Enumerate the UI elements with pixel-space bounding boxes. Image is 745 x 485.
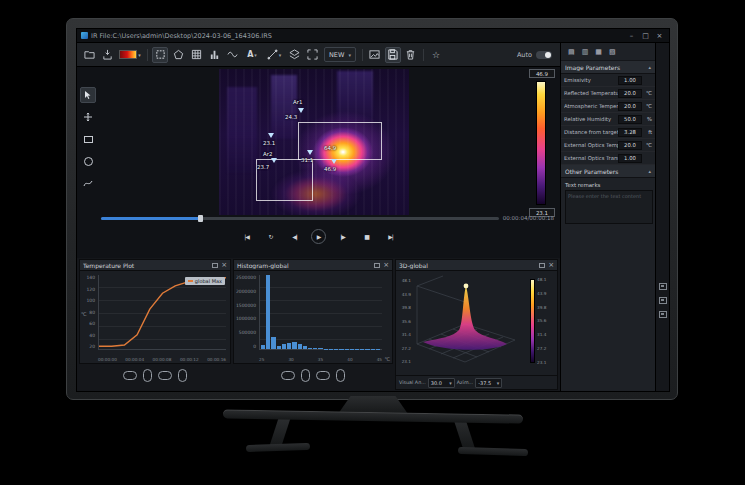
azimuth-select[interactable]: -37.5 ▾ <box>475 378 502 388</box>
other-parameters-header[interactable]: Other Parameters ▴ <box>561 165 655 178</box>
legend-chip[interactable]: global Max <box>185 277 225 285</box>
param-value-field[interactable]: 20.0 <box>618 102 642 111</box>
parameters-panel: ▤ ▥ ▦ ▧ Image Parameters ▴ Emissivity 1.… <box>560 43 669 392</box>
roi-shape-icon[interactable] <box>301 369 310 382</box>
param-value-field[interactable]: 1.00 <box>618 154 642 163</box>
trash-icon <box>405 49 416 60</box>
layers-button[interactable] <box>286 47 302 63</box>
param-value-field[interactable]: 3.28 <box>618 128 642 137</box>
close-button[interactable]: × <box>654 32 665 40</box>
favorite-button[interactable]: ☆ <box>428 47 444 63</box>
temperature-plot-panel: Temperature Plot × 14012010080604020 ℃ <box>79 259 231 364</box>
report-icon[interactable]: ▦ <box>595 48 602 56</box>
param-value-field[interactable]: 20.0 <box>618 89 642 98</box>
param-value-field[interactable]: 50.0 <box>618 115 642 124</box>
panel-title: Histogram-global <box>237 262 371 269</box>
snapshot-button[interactable] <box>367 47 383 63</box>
next-frame-button[interactable]: |▶ <box>335 229 350 244</box>
param-label: Emissivity <box>564 77 618 83</box>
adjust-icon[interactable]: ▤ <box>568 48 575 56</box>
popout-icon[interactable] <box>539 263 545 268</box>
delete-button[interactable] <box>403 47 419 63</box>
popout-icon[interactable] <box>212 263 218 268</box>
close-icon[interactable]: × <box>221 263 227 268</box>
line-tool-button[interactable]: ▾ <box>264 47 284 63</box>
thermal-image[interactable]: Ar1 24.3 23.1 Ar2 23.7 31.1 64.9 46.9 <box>219 69 409 215</box>
scale-max-value[interactable]: 46.9 <box>529 69 555 78</box>
skip-start-button[interactable]: |◀ <box>239 229 254 244</box>
video-progress-bar[interactable] <box>101 217 499 220</box>
chevron-down-icon: ▾ <box>279 52 282 58</box>
maximize-button[interactable]: □ <box>640 32 651 40</box>
loop-button[interactable]: ↻ <box>263 229 278 244</box>
plot-area <box>98 275 226 350</box>
text-tool-button[interactable]: A ▾ <box>242 47 262 63</box>
toolbar-separator <box>362 49 363 61</box>
roi-shape-icon[interactable] <box>178 369 187 382</box>
cursor-tool-button[interactable] <box>80 87 96 103</box>
roi-shape-icon[interactable] <box>336 369 345 382</box>
import-icon <box>102 49 113 60</box>
param-value-field[interactable]: 20.0 <box>618 141 642 150</box>
chevron-down-icon: ▾ <box>497 380 500 386</box>
spot-marker-icon <box>271 158 277 163</box>
roi-shape-icon[interactable] <box>158 371 172 380</box>
move-tool-button[interactable] <box>80 109 96 125</box>
selection-icon <box>155 49 166 60</box>
rectangle-icon <box>84 136 93 143</box>
play-button[interactable]: ▶ <box>311 229 326 244</box>
new-dropdown[interactable]: NEW ▾ <box>324 47 356 62</box>
param-row: Distance from target 3.28 ft <box>561 126 655 139</box>
open-file-button[interactable] <box>81 47 97 63</box>
close-icon[interactable]: × <box>383 263 389 268</box>
auto-toggle[interactable] <box>536 51 552 59</box>
side-tab-icon[interactable] <box>659 297 667 304</box>
param-unit: ft <box>642 129 652 135</box>
side-tab-icon[interactable] <box>659 311 667 318</box>
text-tool-icon: A <box>247 50 253 59</box>
surface-3d-chart[interactable]: 48.143.939.835.631.427.223.1 <box>396 271 557 375</box>
import-button[interactable] <box>99 47 115 63</box>
roi-shape-icon[interactable] <box>123 371 137 380</box>
param-unit: ℃ <box>642 90 652 96</box>
progress-handle[interactable] <box>198 215 203 222</box>
param-label: Distance from target <box>564 129 618 135</box>
roi-shape-icon[interactable] <box>281 371 295 380</box>
stop-button[interactable]: ■ <box>359 229 374 244</box>
chevron-down-icon: ▾ <box>254 52 257 58</box>
surface-colorbar <box>530 279 535 363</box>
save-button[interactable] <box>385 47 401 63</box>
histogram-tool-button[interactable] <box>206 47 222 63</box>
image-parameters-header[interactable]: Image Parameters ▴ <box>561 61 655 74</box>
text-remarks-input[interactable] <box>565 190 653 224</box>
palette-dropdown[interactable]: ▾ <box>117 47 143 63</box>
roi-label: Ar2 <box>263 151 273 157</box>
azimuth-label: Azim... <box>457 380 473 385</box>
camera-icon[interactable]: ▧ <box>609 48 616 56</box>
popout-icon[interactable] <box>374 263 380 268</box>
visual-angle-select[interactable]: 30.0 ▾ <box>428 378 455 388</box>
rectangle-tool-button[interactable] <box>80 131 96 147</box>
colorbar-gradient[interactable] <box>536 81 546 205</box>
histogram-chart: 25000002000000150000010000005000000 2530… <box>234 271 392 363</box>
roi-shape-icon[interactable] <box>316 371 330 380</box>
isotherm-tool-button[interactable] <box>224 47 240 63</box>
monitor-stand-foot <box>246 443 310 452</box>
gallery-icon[interactable]: ▥ <box>582 48 589 56</box>
minimize-button[interactable]: – <box>626 32 637 40</box>
polyline-tool-button[interactable] <box>80 175 96 191</box>
panel-title: 3D-global <box>399 262 536 269</box>
param-value-field[interactable]: 1.00 <box>618 76 642 85</box>
chevron-down-icon: ▾ <box>348 52 351 58</box>
polygon-tool-button[interactable] <box>170 47 186 63</box>
grid-view-button[interactable] <box>188 47 204 63</box>
skip-end-button[interactable]: ▶| <box>383 229 398 244</box>
prev-frame-button[interactable]: ◀| <box>287 229 302 244</box>
fit-screen-button[interactable] <box>304 47 320 63</box>
side-tab-icon[interactable] <box>659 283 667 290</box>
select-tool-button[interactable] <box>152 47 168 63</box>
histogram-bars <box>259 275 382 350</box>
roi-shape-icon[interactable] <box>143 369 152 382</box>
close-icon[interactable]: × <box>548 263 554 268</box>
ellipse-tool-button[interactable] <box>80 153 96 169</box>
